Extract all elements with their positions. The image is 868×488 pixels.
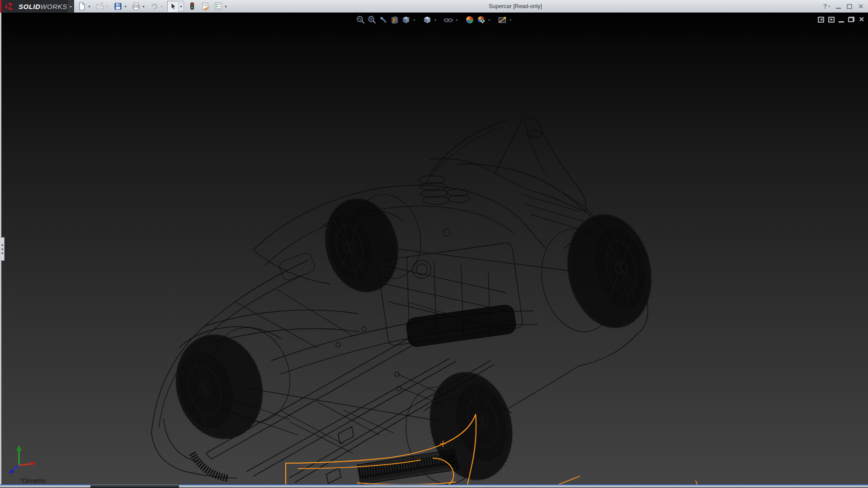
new-dropdown-arrow[interactable]: ▾ — [87, 5, 92, 9]
save-dropdown-arrow[interactable]: ▾ — [123, 5, 128, 9]
new-document-button[interactable] — [77, 1, 87, 12]
view-settings-button[interactable] — [497, 15, 507, 25]
solidworks-logo-icon — [5, 2, 16, 11]
open-document-button[interactable] — [95, 1, 105, 12]
previous-view-button[interactable] — [378, 15, 388, 25]
main-toolbar: ▾ ▾ ▾ — [77, 0, 228, 13]
titlebar: SOLIDWORKS ▸ ▾ ▾ — [0, 0, 868, 13]
select-dropdown-arrow[interactable]: ▾ — [178, 1, 184, 12]
brand-red-accent — [0, 0, 1, 13]
options-button[interactable] — [213, 1, 223, 12]
print-dropdown-arrow[interactable]: ▾ — [141, 5, 146, 9]
hide-show-items-button[interactable] — [443, 15, 453, 25]
apply-scene-button[interactable] — [476, 15, 486, 25]
headsup-view-toolbar: ▾ ▾ ▾ — [356, 15, 512, 25]
app-window-controls: ? ▾ ✕ — [823, 0, 863, 13]
file-properties-button[interactable] — [200, 1, 210, 12]
restore-icon — [847, 4, 852, 9]
splitter-arrow-icon: ◀ — [1, 244, 3, 246]
appearance-ball-icon — [465, 15, 474, 24]
graphics-viewport[interactable]: ▾ ▾ ▾ — [0, 13, 868, 484]
apply-scene-dropdown-arrow[interactable]: ▾ — [487, 18, 491, 22]
pane-right-button[interactable]: ▶ — [828, 17, 835, 23]
zoom-to-fit-button[interactable] — [356, 15, 366, 25]
edit-appearance-button[interactable] — [465, 15, 475, 25]
rebuild-button[interactable] — [187, 1, 197, 12]
help-button[interactable]: ? ▾ — [823, 3, 830, 10]
section-view-button[interactable] — [390, 15, 400, 25]
view-settings-dropdown-arrow[interactable]: ▾ — [509, 18, 512, 22]
os-taskbar[interactable] — [0, 484, 868, 488]
splitter-arrow-icon: ◀ — [1, 248, 3, 250]
app-restore-button[interactable] — [847, 4, 852, 9]
undo-button[interactable] — [149, 1, 159, 12]
zoom-to-fit-icon — [356, 15, 365, 24]
display-style-button[interactable] — [422, 15, 432, 25]
undo-dropdown-arrow[interactable]: ▾ — [159, 5, 164, 9]
open-folder-icon — [95, 2, 104, 11]
save-floppy-icon — [113, 2, 123, 11]
front-left-wheel — [165, 317, 303, 449]
options-dropdown-arrow[interactable]: ▾ — [223, 5, 228, 9]
front-grille-mesh — [192, 453, 229, 479]
wireframe-car-model[interactable] — [0, 13, 868, 484]
help-icon: ? — [823, 3, 827, 10]
view-orientation-cube-icon — [401, 15, 410, 24]
wordmark-solid: SOLID — [19, 3, 40, 10]
doc-close-button[interactable]: ✕ — [859, 15, 864, 23]
menu-expand-button[interactable]: ▸ — [68, 0, 74, 13]
hide-show-dropdown-arrow[interactable]: ▾ — [455, 18, 458, 22]
print-icon — [132, 2, 141, 11]
zoom-to-area-button[interactable] — [367, 15, 377, 25]
select-cursor-icon — [168, 2, 177, 11]
previous-view-icon — [379, 15, 388, 24]
rear-right-wheel — [531, 207, 661, 341]
zoom-to-area-icon — [368, 15, 377, 24]
undo-icon — [150, 2, 159, 11]
solidworks-wordmark: SOLIDWORKS — [19, 3, 67, 10]
display-style-cube-icon — [423, 15, 432, 24]
apply-scene-icon — [476, 15, 486, 24]
options-checklist-icon — [214, 2, 223, 11]
doc-restore-icon — [848, 17, 854, 22]
rebuild-traffic-light-icon — [188, 2, 197, 11]
feature-manager-splitter-tab[interactable]: ◀ ◀ ◀ — [0, 237, 5, 261]
splitter-arrow-icon: ◀ — [1, 252, 3, 254]
doc-minimize-icon — [839, 21, 844, 23]
display-style-dropdown-arrow[interactable]: ▾ — [434, 18, 437, 22]
view-orientation-label: *Dimetric — [20, 477, 47, 484]
section-view-icon — [390, 15, 399, 24]
select-tool-button[interactable] — [167, 1, 178, 12]
save-button[interactable] — [113, 1, 123, 12]
file-properties-icon — [201, 2, 210, 11]
reference-triad — [4, 443, 40, 479]
new-document-icon — [77, 2, 86, 11]
doc-minimize-button[interactable] — [839, 17, 844, 23]
eyeglasses-icon — [443, 15, 453, 24]
taskbar-active-app-button[interactable] — [90, 484, 179, 488]
help-dropdown-arrow[interactable]: ▾ — [828, 5, 830, 9]
view-orientation-dropdown-arrow[interactable]: ▾ — [412, 18, 416, 22]
close-icon: ✕ — [858, 3, 863, 10]
pane-left-button[interactable]: ◀ — [818, 17, 824, 23]
app-close-button[interactable]: ✕ — [858, 3, 863, 10]
minimize-icon — [836, 8, 841, 9]
view-settings-icon — [498, 15, 507, 24]
print-button[interactable] — [131, 1, 141, 12]
window-title: Supercar [Read-only] — [489, 3, 542, 9]
document-window-controls: ◀ ▶ ✕ — [818, 15, 864, 23]
app-minimize-button[interactable] — [836, 4, 841, 9]
rear-left-wheel — [316, 185, 431, 300]
doc-restore-button[interactable] — [848, 17, 854, 22]
open-dropdown-arrow[interactable]: ▾ — [105, 5, 110, 9]
solidworks-logo: SOLIDWORKS — [0, 0, 68, 13]
view-orientation-button[interactable] — [401, 15, 411, 25]
wordmark-works: WORKS — [40, 3, 67, 10]
solidworks-window: SOLIDWORKS ▸ ▾ ▾ — [0, 0, 868, 488]
